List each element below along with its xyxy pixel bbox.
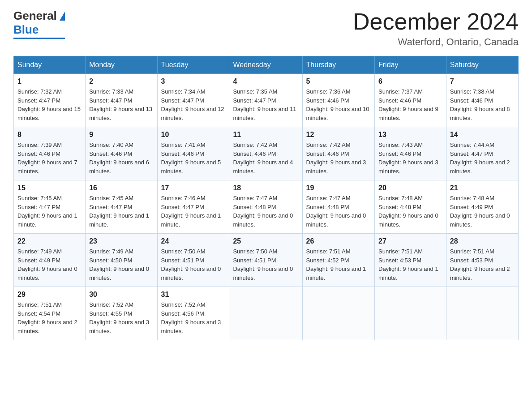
calendar-cell <box>229 287 302 340</box>
page-header: General Blue December 2024 Waterford, On… <box>13 9 519 48</box>
calendar-cell: 6Sunrise: 7:37 AMSunset: 4:46 PMDaylight… <box>375 74 446 127</box>
logo-underline <box>13 38 65 39</box>
day-info: Sunrise: 7:48 AMSunset: 4:49 PMDaylight:… <box>450 194 515 229</box>
day-number: 15 <box>17 184 82 192</box>
day-number: 28 <box>450 237 515 245</box>
calendar-cell: 2Sunrise: 7:33 AMSunset: 4:47 PMDaylight… <box>86 74 157 127</box>
day-info: Sunrise: 7:47 AMSunset: 4:48 PMDaylight:… <box>233 194 298 229</box>
calendar-cell: 18Sunrise: 7:47 AMSunset: 4:48 PMDayligh… <box>229 180 302 234</box>
day-info: Sunrise: 7:37 AMSunset: 4:46 PMDaylight:… <box>378 87 442 122</box>
day-number: 9 <box>89 131 153 139</box>
calendar-cell: 27Sunrise: 7:51 AMSunset: 4:53 PMDayligh… <box>375 234 446 287</box>
day-number: 29 <box>17 291 82 299</box>
calendar-cell <box>446 287 518 340</box>
day-number: 14 <box>450 131 515 139</box>
day-info: Sunrise: 7:41 AMSunset: 4:46 PMDaylight:… <box>161 141 226 176</box>
logo-triangle-icon <box>60 12 65 21</box>
day-number: 11 <box>233 131 298 139</box>
title-section: December 2024 Waterford, Ontario, Canada <box>353 9 519 48</box>
day-number: 17 <box>161 184 226 192</box>
day-number: 12 <box>306 131 371 139</box>
logo-blue-text: Blue <box>13 23 39 37</box>
day-info: Sunrise: 7:34 AMSunset: 4:47 PMDaylight:… <box>161 87 226 122</box>
day-info: Sunrise: 7:50 AMSunset: 4:51 PMDaylight:… <box>233 247 298 282</box>
calendar-cell: 28Sunrise: 7:51 AMSunset: 4:53 PMDayligh… <box>446 234 518 287</box>
calendar-cell: 15Sunrise: 7:45 AMSunset: 4:47 PMDayligh… <box>14 180 86 234</box>
calendar-cell: 17Sunrise: 7:46 AMSunset: 4:47 PMDayligh… <box>157 180 229 234</box>
calendar-cell: 16Sunrise: 7:45 AMSunset: 4:47 PMDayligh… <box>86 180 157 234</box>
calendar-cell: 20Sunrise: 7:48 AMSunset: 4:48 PMDayligh… <box>375 180 446 234</box>
day-info: Sunrise: 7:35 AMSunset: 4:47 PMDaylight:… <box>233 87 298 122</box>
calendar-cell: 30Sunrise: 7:52 AMSunset: 4:55 PMDayligh… <box>86 287 157 340</box>
calendar-cell: 31Sunrise: 7:52 AMSunset: 4:56 PMDayligh… <box>157 287 229 340</box>
column-header-thursday: Thursday <box>302 56 374 74</box>
calendar-week-row: 15Sunrise: 7:45 AMSunset: 4:47 PMDayligh… <box>14 180 519 234</box>
column-header-monday: Monday <box>86 56 157 74</box>
day-number: 26 <box>306 237 371 245</box>
day-info: Sunrise: 7:43 AMSunset: 4:46 PMDaylight:… <box>378 141 442 176</box>
calendar-week-row: 8Sunrise: 7:39 AMSunset: 4:46 PMDaylight… <box>14 127 519 180</box>
day-number: 24 <box>161 237 226 245</box>
day-number: 1 <box>17 77 82 86</box>
calendar-week-row: 1Sunrise: 7:32 AMSunset: 4:47 PMDaylight… <box>14 74 519 127</box>
calendar-cell: 19Sunrise: 7:47 AMSunset: 4:48 PMDayligh… <box>302 180 374 234</box>
day-number: 22 <box>17 237 82 245</box>
calendar-cell: 10Sunrise: 7:41 AMSunset: 4:46 PMDayligh… <box>157 127 229 180</box>
day-number: 16 <box>89 184 153 192</box>
calendar-week-row: 22Sunrise: 7:49 AMSunset: 4:49 PMDayligh… <box>14 234 519 287</box>
day-info: Sunrise: 7:51 AMSunset: 4:53 PMDaylight:… <box>450 247 515 282</box>
day-info: Sunrise: 7:47 AMSunset: 4:48 PMDaylight:… <box>306 194 371 229</box>
day-number: 30 <box>89 291 153 299</box>
day-info: Sunrise: 7:52 AMSunset: 4:56 PMDaylight:… <box>161 300 226 335</box>
day-number: 10 <box>161 131 226 139</box>
day-info: Sunrise: 7:42 AMSunset: 4:46 PMDaylight:… <box>233 141 298 176</box>
day-number: 19 <box>306 184 371 192</box>
day-number: 31 <box>161 291 226 299</box>
day-info: Sunrise: 7:51 AMSunset: 4:53 PMDaylight:… <box>378 247 442 282</box>
calendar-cell: 5Sunrise: 7:36 AMSunset: 4:46 PMDaylight… <box>302 74 374 127</box>
calendar-cell: 25Sunrise: 7:50 AMSunset: 4:51 PMDayligh… <box>229 234 302 287</box>
calendar-cell: 9Sunrise: 7:40 AMSunset: 4:46 PMDaylight… <box>86 127 157 180</box>
day-info: Sunrise: 7:33 AMSunset: 4:47 PMDaylight:… <box>89 87 153 122</box>
day-info: Sunrise: 7:45 AMSunset: 4:47 PMDaylight:… <box>17 194 82 229</box>
day-number: 25 <box>233 237 298 245</box>
logo: General Blue <box>13 9 65 39</box>
day-info: Sunrise: 7:45 AMSunset: 4:47 PMDaylight:… <box>89 194 153 229</box>
column-header-saturday: Saturday <box>446 56 518 74</box>
location-text: Waterford, Ontario, Canada <box>353 36 519 48</box>
day-number: 13 <box>378 131 442 139</box>
day-info: Sunrise: 7:46 AMSunset: 4:47 PMDaylight:… <box>161 194 226 229</box>
calendar-cell: 24Sunrise: 7:50 AMSunset: 4:51 PMDayligh… <box>157 234 229 287</box>
calendar-cell: 12Sunrise: 7:42 AMSunset: 4:46 PMDayligh… <box>302 127 374 180</box>
day-number: 27 <box>378 237 442 245</box>
day-number: 23 <box>89 237 153 245</box>
calendar-cell: 23Sunrise: 7:49 AMSunset: 4:50 PMDayligh… <box>86 234 157 287</box>
day-info: Sunrise: 7:38 AMSunset: 4:46 PMDaylight:… <box>450 87 515 122</box>
day-info: Sunrise: 7:48 AMSunset: 4:48 PMDaylight:… <box>378 194 442 229</box>
calendar-table: SundayMondayTuesdayWednesdayThursdayFrid… <box>13 56 519 340</box>
day-info: Sunrise: 7:51 AMSunset: 4:52 PMDaylight:… <box>306 247 371 282</box>
column-header-tuesday: Tuesday <box>157 56 229 74</box>
calendar-cell: 14Sunrise: 7:44 AMSunset: 4:47 PMDayligh… <box>446 127 518 180</box>
day-info: Sunrise: 7:42 AMSunset: 4:46 PMDaylight:… <box>306 141 371 176</box>
calendar-cell: 13Sunrise: 7:43 AMSunset: 4:46 PMDayligh… <box>375 127 446 180</box>
day-info: Sunrise: 7:32 AMSunset: 4:47 PMDaylight:… <box>17 87 82 122</box>
calendar-header-row: SundayMondayTuesdayWednesdayThursdayFrid… <box>14 56 519 74</box>
day-info: Sunrise: 7:39 AMSunset: 4:46 PMDaylight:… <box>17 141 82 176</box>
calendar-cell: 22Sunrise: 7:49 AMSunset: 4:49 PMDayligh… <box>14 234 86 287</box>
day-info: Sunrise: 7:44 AMSunset: 4:47 PMDaylight:… <box>450 141 515 176</box>
calendar-cell <box>302 287 374 340</box>
day-number: 7 <box>450 77 515 86</box>
day-number: 20 <box>378 184 442 192</box>
column-header-friday: Friday <box>375 56 446 74</box>
day-number: 2 <box>89 77 153 86</box>
column-header-wednesday: Wednesday <box>229 56 302 74</box>
calendar-cell: 7Sunrise: 7:38 AMSunset: 4:46 PMDaylight… <box>446 74 518 127</box>
calendar-cell: 26Sunrise: 7:51 AMSunset: 4:52 PMDayligh… <box>302 234 374 287</box>
calendar-cell: 29Sunrise: 7:51 AMSunset: 4:54 PMDayligh… <box>14 287 86 340</box>
calendar-cell: 11Sunrise: 7:42 AMSunset: 4:46 PMDayligh… <box>229 127 302 180</box>
day-info: Sunrise: 7:52 AMSunset: 4:55 PMDaylight:… <box>89 300 153 335</box>
calendar-cell <box>375 287 446 340</box>
month-title: December 2024 <box>353 9 519 34</box>
calendar-cell: 3Sunrise: 7:34 AMSunset: 4:47 PMDaylight… <box>157 74 229 127</box>
